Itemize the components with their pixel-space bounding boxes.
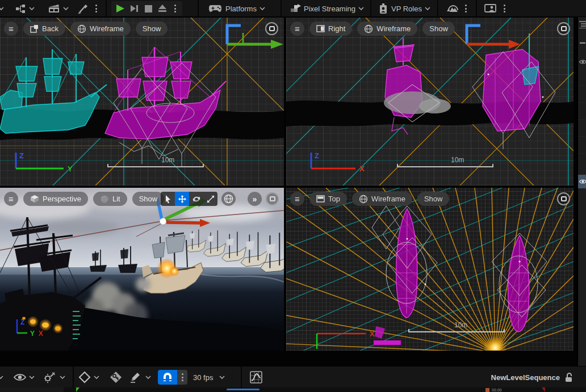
hamburger-icon: ≡ xyxy=(295,24,300,33)
origin-axis-indicator: Z Y xyxy=(16,151,73,173)
select-tool-button[interactable] xyxy=(161,192,175,206)
maximize-viewport-button[interactable] xyxy=(557,192,570,205)
row-divider xyxy=(578,119,586,120)
paint-mode-button[interactable] xyxy=(77,0,89,17)
maximize-viewport-button[interactable] xyxy=(265,22,278,35)
render-mode-label: Wireframe xyxy=(90,24,124,33)
modes-overflow-menu[interactable] xyxy=(94,0,99,17)
maximize-viewport-button[interactable] xyxy=(557,22,570,35)
curve-editor-button[interactable] xyxy=(250,366,262,388)
wireframe-globe-icon xyxy=(359,195,368,204)
show-flags-button[interactable]: Show xyxy=(136,22,168,36)
view-direction-button[interactable]: Back xyxy=(23,22,65,36)
view-direction-button[interactable]: Right xyxy=(309,22,352,36)
wireframe-globe-icon xyxy=(364,24,373,33)
hamburger-icon: ≡ xyxy=(9,194,14,204)
pen-icon xyxy=(129,372,143,383)
rotate-tool-button[interactable] xyxy=(189,192,203,206)
chevron-down-icon xyxy=(94,374,100,380)
view-direction-label: Right xyxy=(328,24,345,33)
view-direction-button[interactable]: Perspective xyxy=(23,192,88,206)
selected-row-visibility[interactable] xyxy=(578,175,586,188)
auto-key-button[interactable] xyxy=(109,366,123,388)
snapping-options-menu[interactable] xyxy=(177,370,187,385)
remote-overflow-menu[interactable] xyxy=(502,0,507,17)
viewport-back-canvas[interactable]: Z Y 10m xyxy=(0,18,284,186)
viewport-top[interactable]: X 10m ≡ Top Wireframe Show xyxy=(286,188,574,351)
play-icon[interactable] xyxy=(116,4,125,13)
show-flags-button[interactable]: Show xyxy=(417,192,450,206)
cinematics-dropdown[interactable] xyxy=(48,0,69,17)
playhead-marker[interactable] xyxy=(485,388,489,392)
viewport-menu-button[interactable]: ≡ xyxy=(290,192,304,206)
timeline-scrollbar[interactable] xyxy=(227,389,259,390)
sequencer-toolbar: 30 fps NewLevelSequence xyxy=(0,366,586,387)
playback-controls xyxy=(111,1,182,16)
viewport-right[interactable]: Z X 10m ≡ Right Wireframe Show xyxy=(286,18,574,186)
viewport-perspective[interactable]: Z Y X ≡ Perspective Lit Show xyxy=(0,188,284,351)
env-overflow-menu[interactable] xyxy=(463,0,468,17)
render-mode-button[interactable]: Lit xyxy=(93,192,127,206)
viewport-menu-button[interactable]: ≡ xyxy=(4,192,18,206)
sequence-lock-button[interactable] xyxy=(564,366,574,388)
snapping-toggle-button[interactable] xyxy=(158,370,177,385)
kebab-icon[interactable] xyxy=(173,5,178,12)
skip-frame-icon[interactable] xyxy=(131,5,139,12)
render-mode-button[interactable]: Wireframe xyxy=(70,22,131,36)
render-mode-button[interactable]: Wireframe xyxy=(357,22,417,36)
viewport-top-header: ≡ Top Wireframe Show xyxy=(290,192,449,206)
clapperboard-icon xyxy=(48,3,60,14)
axis-z-label: Z xyxy=(315,151,319,160)
chevron-down-icon xyxy=(219,374,225,380)
viewport-top-canvas[interactable]: X 10m xyxy=(286,188,574,351)
env-cycle-button[interactable] xyxy=(446,0,460,17)
view-direction-button[interactable]: Top xyxy=(309,192,347,206)
kebab-icon xyxy=(463,5,468,12)
axis-y-label: Y xyxy=(68,165,73,173)
curve-pen-dropdown[interactable] xyxy=(129,366,152,388)
platforms-dropdown[interactable]: Platforms xyxy=(209,0,266,17)
blueprints-dropdown[interactable] xyxy=(15,0,35,17)
expand-toolbar-button[interactable]: » xyxy=(248,192,262,206)
view-options-dropdown[interactable] xyxy=(14,366,35,388)
remote-session-button[interactable] xyxy=(484,0,497,17)
fps-dropdown[interactable]: 30 fps xyxy=(193,366,225,388)
viewport-menu-button[interactable]: ≡ xyxy=(4,22,18,36)
viewport-perspective-canvas[interactable]: Z Y X xyxy=(0,188,284,351)
world-space-toggle[interactable] xyxy=(221,192,236,206)
show-flags-button[interactable]: Show xyxy=(132,192,165,206)
toolbar-partial-chevron[interactable] xyxy=(0,366,4,388)
viewport-back[interactable]: Z Y 10m ≡ Back Wireframe Show xyxy=(0,18,284,186)
scale-tool-button[interactable] xyxy=(203,192,217,206)
visibility-eye-icon[interactable] xyxy=(578,59,586,65)
transform-gizmo[interactable] xyxy=(467,26,520,49)
visibility-eye-icon xyxy=(579,179,586,184)
move-tool-button[interactable] xyxy=(175,192,189,206)
show-label: Show xyxy=(143,24,161,33)
chevron-down-icon xyxy=(60,374,66,380)
scale-ruler: 10m xyxy=(108,156,203,167)
timeline-end-marker[interactable] xyxy=(542,387,545,392)
snapping-control xyxy=(158,366,187,388)
keyframe-dropdown[interactable] xyxy=(78,366,100,388)
chevron-down-icon xyxy=(358,6,365,11)
timeline-start-marker[interactable] xyxy=(76,387,79,392)
pixel-streaming-dropdown[interactable]: Pixel Streaming xyxy=(290,0,365,17)
brush-icon xyxy=(77,3,89,14)
render-mode-button[interactable]: Wireframe xyxy=(352,192,412,206)
id-badge-icon xyxy=(378,3,388,14)
stop-icon[interactable] xyxy=(145,5,152,12)
vp-roles-dropdown[interactable]: VP Roles xyxy=(378,0,431,17)
separator xyxy=(370,0,371,17)
maximize-viewport-button[interactable] xyxy=(266,192,279,205)
eject-icon[interactable] xyxy=(158,5,167,13)
show-flags-button[interactable]: Show xyxy=(422,22,455,36)
sequencer-timeline-edge[interactable]: 00.00 xyxy=(0,387,586,392)
row-divider xyxy=(578,102,586,103)
hamburger-icon: ≡ xyxy=(295,194,300,204)
chevron-down-icon xyxy=(0,374,4,380)
viewport-right-canvas[interactable]: Z X 10m xyxy=(286,18,574,186)
toolbar-partial-dropdown[interactable] xyxy=(0,0,5,17)
viewport-menu-button[interactable]: ≡ xyxy=(290,22,304,36)
keyframe-options-dropdown[interactable] xyxy=(43,366,66,388)
